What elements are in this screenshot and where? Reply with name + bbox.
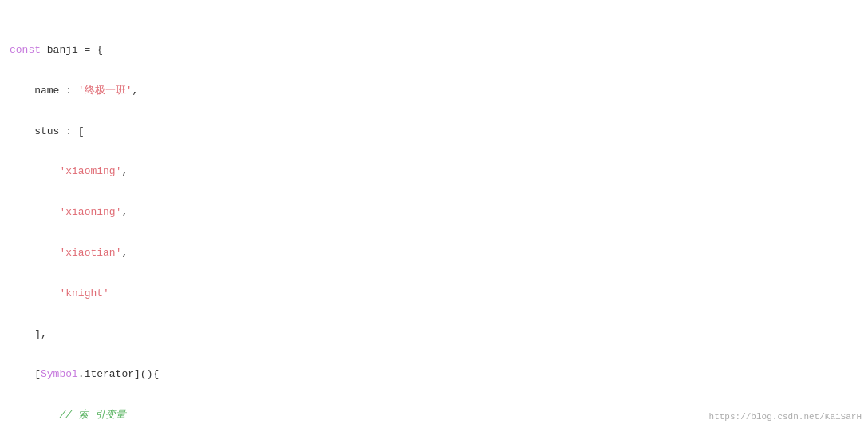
watermark: https://blog.csdn.net/KaiSarH [709,412,862,422]
code-line: const banji = { [0,42,868,59]
code-line: name : '终极一班', [0,83,868,100]
code-line: [Symbol.iterator](){ [0,367,868,383]
code-line: 'xiaoning', [0,204,868,221]
code-line: 'knight' [0,286,868,303]
code-line: 'xiaotian', [0,245,868,262]
code-line: ], [0,327,868,343]
code-block: const banji = { name : '终极一班', stus : [ … [0,0,868,428]
code-line: 'xiaoming', [0,164,868,180]
code-line: stus : [ [0,124,868,141]
